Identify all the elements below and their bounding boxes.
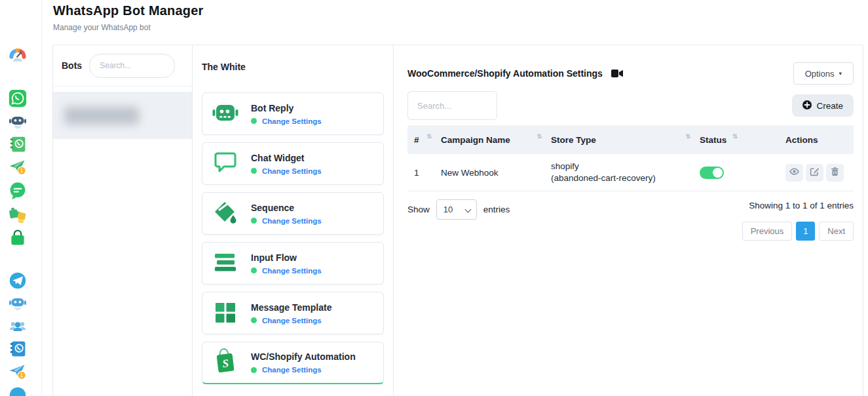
- col-actions: Actions: [785, 135, 854, 145]
- pagination: Previous 1 Next: [742, 222, 854, 241]
- status-toggle[interactable]: [700, 167, 724, 179]
- video-tutorial-icon[interactable]: [611, 69, 623, 78]
- settings-card-message-template[interactable]: Message Template Change Settings: [202, 292, 384, 334]
- selected-bot-name: The White: [193, 45, 393, 72]
- bot-list-item-selected[interactable]: [53, 92, 192, 139]
- app-sidebar: 1: [0, 0, 42, 396]
- plus-circle-icon: [802, 100, 812, 111]
- robot-card-icon: [211, 98, 240, 130]
- shopping-bag-green-icon[interactable]: [9, 229, 27, 247]
- status-dot-icon: [251, 367, 257, 373]
- automation-header: WooCommerce/Shopify Automation Settings …: [407, 62, 854, 85]
- settings-card-wc-shopify-automation[interactable]: S WC/Shopify Automation Change Settings: [202, 342, 384, 384]
- whatsapp-icon[interactable]: [9, 89, 27, 108]
- grid-card-icon: [211, 298, 240, 329]
- bots-panel-header: Bots: [53, 45, 192, 87]
- row-campaign-name: New Webhook: [441, 168, 551, 178]
- status-dot-icon: [251, 168, 257, 174]
- bars-card-icon: [211, 248, 240, 279]
- campaign-plane-blue-icon[interactable]: 1: [9, 363, 27, 381]
- card-label: Chat Widget: [251, 153, 322, 163]
- automation-toolbar: Create: [407, 91, 854, 120]
- edit-button[interactable]: [806, 164, 823, 182]
- card-label: Message Template: [251, 302, 331, 313]
- col-store-type[interactable]: Store Type ⇅: [551, 135, 700, 145]
- col-index[interactable]: # ⇅: [414, 135, 441, 145]
- showing-entries-text: Showing 1 to 1 of 1 entries: [749, 201, 854, 210]
- change-settings-link[interactable]: Change Settings: [262, 217, 322, 225]
- settings-card-input-flow[interactable]: Input Flow Change Settings: [202, 242, 384, 285]
- status-dot-icon: [251, 218, 257, 224]
- bots-search-input[interactable]: [89, 54, 175, 78]
- page-size-select[interactable]: 10: [436, 199, 477, 220]
- status-dot-icon: [251, 118, 257, 124]
- sort-icon: ⇅: [537, 133, 542, 140]
- settings-card-list: Bot Reply Change Settings Chat Widget: [193, 92, 393, 384]
- card-label: Sequence: [251, 203, 322, 213]
- edit-icon: [810, 167, 820, 178]
- sort-icon: ⇅: [732, 133, 738, 140]
- row-store-type: shopify (abandoned-cart-recovery): [551, 161, 700, 184]
- automation-search-input[interactable]: [407, 91, 497, 120]
- automation-title: WooCommerce/Shopify Automation Settings: [407, 68, 603, 79]
- contacts-blue-icon[interactable]: [9, 340, 27, 358]
- status-dot-icon: [251, 317, 257, 323]
- table-footer: Show 10 entries Showing 1 to 1 of 1 entr…: [407, 199, 854, 241]
- status-dot-icon: [251, 267, 257, 273]
- page-subtitle: Manage your WhatsApp bot: [53, 23, 204, 32]
- caret-down-icon: ▾: [839, 70, 842, 77]
- robot-green-icon[interactable]: [9, 112, 27, 130]
- settings-card-sequence[interactable]: Sequence Change Settings: [202, 192, 384, 235]
- svg-text:1: 1: [20, 167, 24, 174]
- col-status[interactable]: Status ⇅: [700, 135, 785, 145]
- content-card: Bots The White: [52, 45, 863, 396]
- robot-blue-icon[interactable]: [9, 294, 27, 312]
- svg-text:1: 1: [20, 372, 24, 378]
- change-settings-link[interactable]: Change Settings: [262, 317, 322, 325]
- bots-title: Bots: [62, 60, 82, 71]
- col-campaign-name[interactable]: Campaign Name ⇅: [441, 135, 551, 145]
- shopify-card-icon: S: [211, 347, 240, 378]
- telegram-icon[interactable]: [9, 271, 27, 290]
- previous-page-button[interactable]: Previous: [742, 222, 793, 241]
- page-header: WhatsApp Bot Manager Manage your WhatsAp…: [53, 3, 204, 32]
- card-label: Input Flow: [251, 252, 322, 263]
- settings-card-bot-reply[interactable]: Bot Reply Change Settings: [202, 92, 384, 135]
- change-settings-link[interactable]: Change Settings: [262, 167, 322, 175]
- change-settings-link[interactable]: Change Settings: [262, 267, 322, 275]
- partial-blue-circle-icon[interactable]: [9, 386, 27, 396]
- chevron-down-icon: [464, 207, 471, 213]
- card-label: WC/Shopify Automation: [251, 351, 356, 362]
- automation-panel: WooCommerce/Shopify Automation Settings …: [394, 45, 863, 396]
- change-settings-link[interactable]: Change Settings: [262, 117, 322, 125]
- page-title: WhatsApp Bot Manager: [53, 3, 204, 18]
- options-button[interactable]: Options ▾: [793, 62, 854, 85]
- entries-label: entries: [483, 205, 510, 214]
- eye-icon: [789, 167, 799, 178]
- settings-card-chat-widget[interactable]: Chat Widget Change Settings: [202, 142, 384, 185]
- row-actions: [785, 164, 854, 182]
- change-settings-link[interactable]: Change Settings: [262, 366, 322, 374]
- integration-puzzle-icon[interactable]: [9, 205, 27, 224]
- sort-icon: ⇅: [685, 133, 690, 140]
- trash-icon: [830, 167, 840, 178]
- team-blue-icon[interactable]: [9, 317, 27, 336]
- view-button[interactable]: [785, 164, 803, 182]
- campaign-plane-green-icon[interactable]: 1: [9, 158, 27, 176]
- chat-bubble-green-icon[interactable]: [9, 182, 27, 200]
- next-page-button[interactable]: Next: [819, 222, 854, 241]
- page-1-button[interactable]: 1: [796, 222, 815, 241]
- table-header: # ⇅ Campaign Name ⇅ Store Type ⇅ Status …: [407, 125, 854, 154]
- row-index: 1: [414, 168, 441, 178]
- contacts-green-icon[interactable]: [9, 135, 27, 153]
- bots-panel: Bots: [53, 45, 193, 396]
- dashboard-gauge-icon[interactable]: [9, 46, 27, 64]
- bot-name-redacted: [64, 107, 139, 125]
- bot-settings-panel: The White Bot Reply: [193, 45, 394, 396]
- sort-icon: ⇅: [426, 133, 432, 140]
- show-label: Show: [407, 205, 430, 214]
- paint-bucket-card-icon: [211, 198, 240, 229]
- table-row: 1 New Webhook shopify (abandoned-cart-re…: [407, 154, 854, 191]
- create-button[interactable]: Create: [792, 94, 854, 117]
- delete-button[interactable]: [826, 164, 844, 182]
